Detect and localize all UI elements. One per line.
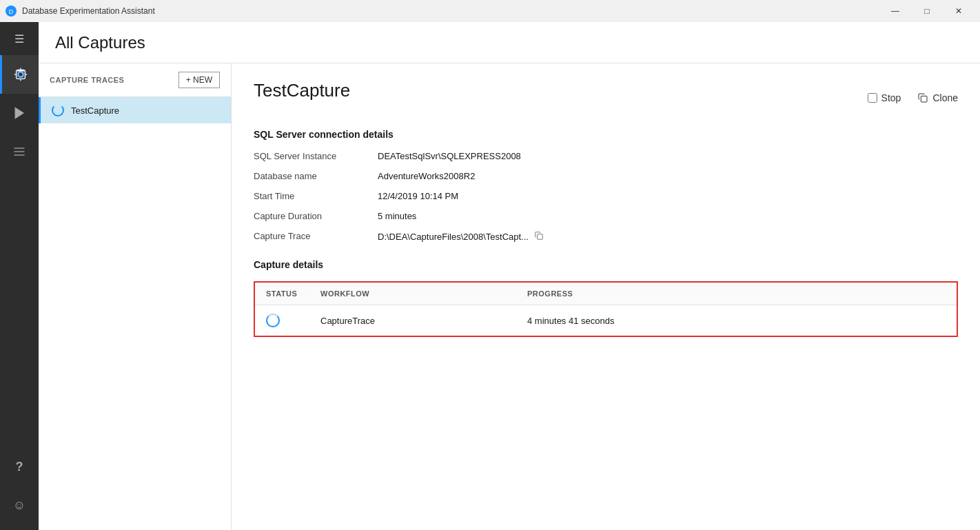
detail-actions: Stop Clone [868, 92, 958, 103]
field-value-sql-instance: DEATestSqlSvr\SQLEXPRESS2008 [378, 151, 521, 161]
clone-icon [917, 92, 928, 103]
hamburger-menu[interactable]: ☰ [0, 22, 39, 55]
title-bar: D Database Experimentation Assistant — □… [0, 0, 980, 22]
detail-title: TestCapture [254, 80, 350, 101]
sql-section-title: SQL Server connection details [254, 129, 958, 140]
row-status-spinner [266, 314, 280, 327]
minimize-button[interactable]: — [879, 0, 911, 22]
stop-button[interactable]: Stop [868, 92, 901, 103]
svg-rect-10 [538, 234, 543, 240]
field-value-database-name: AdventureWorks2008R2 [378, 171, 475, 181]
sidebar-item-capture[interactable] [0, 55, 39, 94]
field-label-sql-instance: SQL Server Instance [254, 151, 378, 161]
field-label-database-name: Database name [254, 171, 378, 181]
stop-label: Stop [881, 92, 901, 103]
right-panel-wrapper: TestCapture Stop Clon [232, 63, 980, 530]
field-value-start-time: 12/4/2019 10:14 PM [378, 191, 458, 201]
row-progress-cell: 4 minutes 41 seconds [516, 305, 957, 337]
field-label-start-time: Start Time [254, 191, 378, 201]
svg-marker-5 [15, 108, 23, 119]
feedback-icon: ☺ [13, 498, 25, 513]
sidebar: ☰ [0, 22, 39, 530]
field-value-capture-trace: D:\DEA\CaptureFiles\2008\TestCapt... [378, 231, 544, 243]
sidebar-item-help[interactable]: ? [0, 447, 39, 486]
capture-list-item[interactable]: TestCapture [39, 97, 231, 123]
clone-label: Clone [932, 92, 958, 103]
page-header: All Captures [39, 22, 980, 63]
field-start-time: Start Time 12/4/2019 10:14 PM [254, 191, 958, 201]
close-button[interactable]: ✕ [943, 0, 974, 22]
app-body: ☰ [0, 22, 980, 530]
sidebar-item-replay[interactable] [0, 94, 39, 132]
row-workflow-cell: CaptureTrace [309, 305, 516, 337]
svg-text:D: D [9, 8, 14, 15]
left-panel-header: CAPTURE TRACES + NEW [39, 63, 231, 97]
stop-checkbox[interactable] [868, 93, 877, 103]
detail-title-row: TestCapture Stop Clon [254, 80, 958, 115]
capture-details-title: Capture details [254, 259, 958, 270]
svg-rect-9 [921, 96, 928, 102]
content-wrapper: CAPTURE TRACES + NEW TestCapture TestCap… [39, 63, 980, 530]
clone-button[interactable]: Clone [917, 92, 958, 103]
app-icon: D [6, 6, 17, 17]
sidebar-item-feedback[interactable]: ☺ [0, 486, 39, 524]
svg-point-2 [18, 72, 23, 77]
row-status-cell [254, 305, 309, 337]
field-label-capture-duration: Capture Duration [254, 211, 378, 221]
app-title: Database Experimentation Assistant [22, 6, 155, 16]
col-header-status: STATUS [254, 282, 309, 305]
new-capture-button[interactable]: + NEW [178, 72, 220, 88]
help-icon: ? [16, 460, 23, 474]
window-controls: — □ ✕ [879, 0, 974, 22]
field-database-name: Database name AdventureWorks2008R2 [254, 171, 958, 181]
capture-details-section: Capture details STATUS WORKFLOW PROGRESS [254, 259, 958, 337]
left-panel: CAPTURE TRACES + NEW TestCapture [39, 63, 232, 530]
col-header-workflow: WORKFLOW [309, 282, 516, 305]
field-sql-instance: SQL Server Instance DEATestSqlSvr\SQLEXP… [254, 151, 958, 161]
field-capture-trace: Capture Trace D:\DEA\CaptureFiles\2008\T… [254, 231, 958, 243]
page-title: All Captures [55, 33, 145, 52]
capture-spinner-icon [52, 104, 64, 116]
sidebar-item-analysis[interactable] [0, 132, 39, 171]
copy-path-icon[interactable] [534, 231, 544, 243]
capture-details-table: STATUS WORKFLOW PROGRESS [254, 281, 958, 337]
col-header-progress: PROGRESS [516, 282, 957, 305]
table-row: CaptureTrace 4 minutes 41 seconds [254, 305, 957, 337]
right-panel: TestCapture Stop Clon [232, 63, 980, 530]
capture-item-name: TestCapture [71, 105, 119, 116]
hamburger-icon: ☰ [14, 32, 24, 45]
field-value-capture-duration: 5 minutes [378, 211, 416, 221]
field-label-capture-trace: Capture Trace [254, 231, 378, 241]
capture-traces-label: CAPTURE TRACES [50, 76, 124, 84]
field-capture-duration: Capture Duration 5 minutes [254, 211, 958, 221]
maximize-button[interactable]: □ [911, 0, 943, 22]
